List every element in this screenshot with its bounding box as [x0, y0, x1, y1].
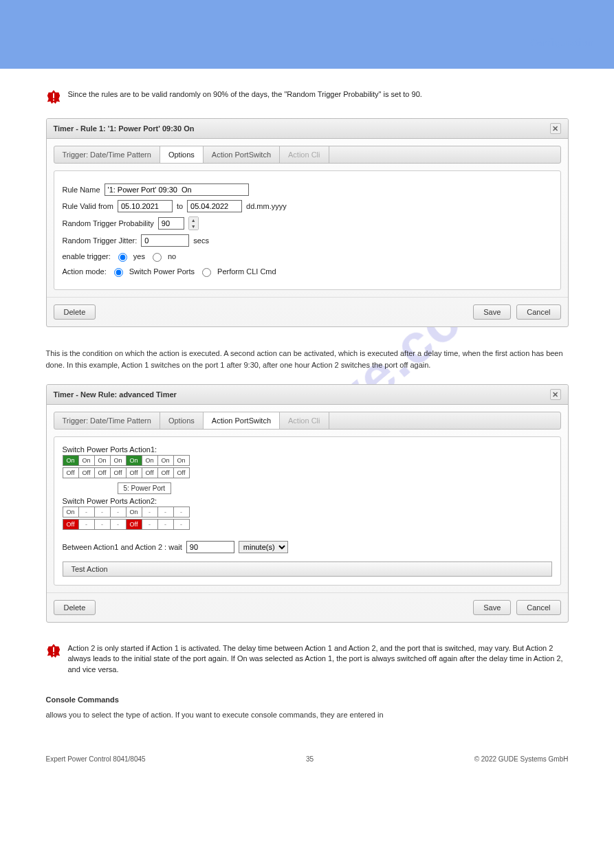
- tab-options[interactable]: Options: [160, 412, 204, 429]
- action1-on-row: On On On On On On On On: [63, 455, 552, 466]
- port-on-8[interactable]: On: [173, 455, 190, 466]
- tab-portswitch[interactable]: Action PortSwitch: [204, 412, 280, 429]
- port-off-7[interactable]: Off: [157, 467, 174, 478]
- port2-off-3[interactable]: -: [94, 519, 111, 530]
- port-off-1[interactable]: Off: [63, 467, 79, 478]
- portswitch-panel: Timer - New Rule: advanced Timer ✕ Trigg…: [46, 384, 569, 623]
- tab-options[interactable]: Options: [160, 146, 204, 163]
- close-icon[interactable]: ✕: [550, 389, 561, 400]
- probability-label: Random Trigger Probability: [63, 219, 154, 227]
- jitter-input[interactable]: [141, 234, 189, 247]
- port2-on-8[interactable]: -: [173, 507, 190, 518]
- tab-trigger[interactable]: Trigger: Date/Time Pattern: [54, 412, 160, 429]
- tab-cli: Action Cli: [280, 146, 329, 163]
- tab-portswitch[interactable]: Action PortSwitch: [204, 146, 280, 163]
- cancel-button[interactable]: Cancel: [516, 304, 560, 320]
- footer-right: © 2022 GUDE Systems GmbH: [474, 755, 569, 763]
- panel2-title: Timer - New Rule: advanced Timer: [54, 390, 177, 399]
- wait-unit-select[interactable]: minute(s): [239, 541, 288, 553]
- mode-cli-radio[interactable]: [202, 268, 211, 277]
- delete-button[interactable]: Delete: [54, 600, 96, 615]
- port-on-6[interactable]: On: [142, 455, 158, 466]
- console-paragraph: allows you to select the type of action.…: [46, 709, 569, 721]
- action2-on-row: On - - - On - - -: [63, 507, 552, 518]
- port2-off-7[interactable]: -: [157, 519, 174, 530]
- save-button[interactable]: Save: [473, 600, 511, 615]
- port-on-1[interactable]: On: [63, 455, 79, 466]
- port-on-2[interactable]: On: [78, 455, 95, 466]
- enable-no-radio[interactable]: [153, 253, 162, 262]
- tab-trigger[interactable]: Trigger: Date/Time Pattern: [54, 146, 160, 163]
- port2-off-6[interactable]: -: [142, 519, 158, 530]
- port-off-5[interactable]: Off: [126, 467, 142, 478]
- port2-off-2[interactable]: -: [78, 519, 95, 530]
- port-select-button[interactable]: 5: Power Port: [118, 482, 172, 494]
- jitter-label: Random Trigger Jitter:: [63, 236, 138, 245]
- port2-on-5[interactable]: On: [126, 507, 142, 518]
- mid-paragraph: This is the condition on which the actio…: [46, 348, 569, 370]
- port-off-3[interactable]: Off: [94, 467, 111, 478]
- port2-on-3[interactable]: -: [94, 507, 111, 518]
- rule-name-label: Rule Name: [63, 186, 100, 194]
- console-heading: Console Commands: [46, 695, 569, 704]
- probability-stepper[interactable]: ▲▼: [188, 216, 199, 230]
- rule-name-input[interactable]: [105, 183, 249, 196]
- port-off-2[interactable]: Off: [78, 467, 95, 478]
- mode-switch-label: Switch Power Ports: [129, 267, 195, 276]
- valid-to-label: to: [177, 202, 183, 210]
- warning-icon: [46, 643, 61, 658]
- action2-off-row: Off - - - Off - - -: [63, 519, 552, 530]
- port-on-4[interactable]: On: [110, 455, 127, 466]
- enable-yes-radio[interactable]: [118, 253, 127, 262]
- port2-on-4[interactable]: -: [110, 507, 127, 518]
- options-panel: Timer - Rule 1: '1: Power Port' 09:30 On…: [46, 118, 569, 327]
- svg-rect-2: [53, 100, 54, 101]
- port2-off-5[interactable]: Off: [126, 519, 142, 530]
- port-on-5[interactable]: On: [126, 455, 142, 466]
- enable-no-label: no: [168, 252, 176, 260]
- cancel-button[interactable]: Cancel: [516, 600, 560, 615]
- close-icon[interactable]: ✕: [550, 123, 561, 134]
- valid-from-label: Rule Valid from: [63, 202, 113, 210]
- probability-input[interactable]: [158, 217, 184, 230]
- port2-on-1[interactable]: On: [63, 507, 79, 518]
- delete-button[interactable]: Delete: [54, 304, 96, 320]
- enable-yes-label: yes: [133, 252, 145, 260]
- jitter-unit: secs: [193, 236, 209, 245]
- mode-cli-label: Perform CLI Cmd: [217, 267, 276, 276]
- port2-on-6[interactable]: -: [142, 507, 158, 518]
- panel1-tabbar: Trigger: Date/Time Pattern Options Actio…: [54, 146, 561, 164]
- port2-off-8[interactable]: -: [173, 519, 190, 530]
- port2-off-4[interactable]: -: [110, 519, 127, 530]
- save-button[interactable]: Save: [473, 304, 511, 320]
- note-2: Action 2 is only started if Action 1 is …: [68, 643, 569, 675]
- port-on-3[interactable]: On: [94, 455, 111, 466]
- top-banner: Configuration: [0, 0, 614, 69]
- warning-icon: [46, 89, 61, 104]
- tab-cli: Action Cli: [280, 412, 329, 429]
- page-footer: Expert Power Control 8041/8045 35 © 2022…: [46, 748, 569, 770]
- date-hint: dd.mm.yyyy: [246, 202, 287, 210]
- valid-from-input[interactable]: [118, 200, 173, 212]
- port-on-7[interactable]: On: [157, 455, 174, 466]
- valid-to-input[interactable]: [187, 200, 242, 212]
- wait-label: Between Action1 and Action 2 : wait: [63, 543, 182, 551]
- svg-rect-5: [53, 654, 54, 655]
- footer-page: 35: [306, 755, 314, 763]
- test-action-button[interactable]: Test Action: [63, 561, 552, 577]
- footer-left: Expert Power Control 8041/8045: [46, 755, 146, 763]
- enable-label: enable trigger:: [63, 252, 111, 260]
- port2-off-1[interactable]: Off: [63, 519, 79, 530]
- panel1-title: Timer - Rule 1: '1: Power Port' 09:30 On: [54, 124, 195, 133]
- port2-on-2[interactable]: -: [78, 507, 95, 518]
- action2-label: Switch Power Ports Action2:: [63, 497, 552, 505]
- action1-off-row: Off Off Off Off Off Off Off Off: [63, 467, 552, 478]
- port-off-6[interactable]: Off: [142, 467, 158, 478]
- wait-input[interactable]: [186, 541, 234, 553]
- port2-on-7[interactable]: -: [157, 507, 174, 518]
- svg-rect-4: [53, 647, 54, 652]
- port-off-8[interactable]: Off: [173, 467, 190, 478]
- mode-switch-radio[interactable]: [114, 268, 123, 277]
- port-off-4[interactable]: Off: [110, 467, 127, 478]
- svg-rect-1: [53, 93, 54, 98]
